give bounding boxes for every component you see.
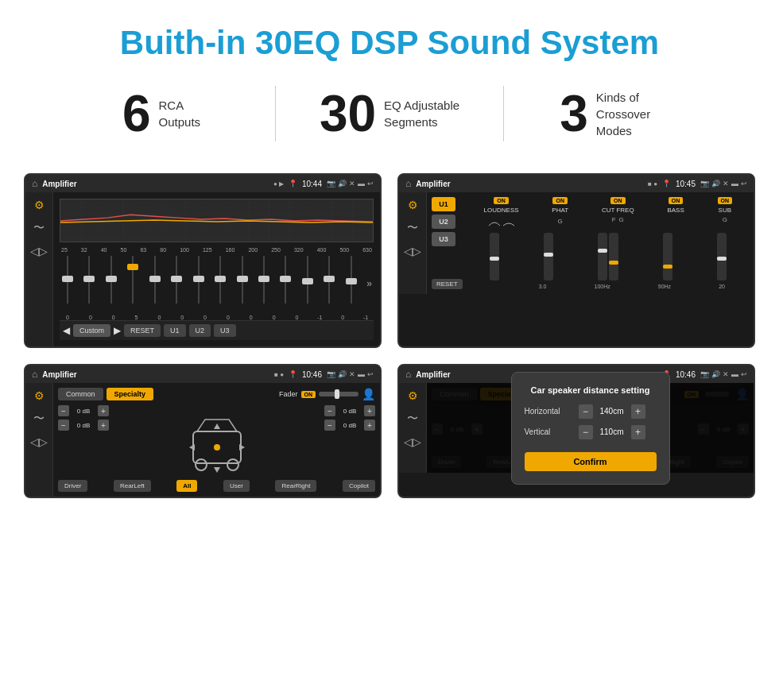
confirm-button[interactable]: Confirm: [525, 452, 657, 471]
eq-slider-14[interactable]: [345, 256, 358, 311]
db-plus-2[interactable]: +: [98, 420, 109, 431]
eq-slider-5[interactable]: [149, 256, 161, 311]
rear-right-btn[interactable]: RearRight: [275, 480, 316, 492]
specialty-tab[interactable]: Specialty: [107, 388, 154, 400]
driver-btn[interactable]: Driver: [58, 480, 87, 492]
back-icon-3[interactable]: ↩: [367, 370, 374, 378]
back-icon-4[interactable]: ↩: [741, 370, 747, 378]
vertical-plus[interactable]: +: [631, 425, 645, 439]
on-badge-fader[interactable]: ON: [301, 391, 316, 398]
eq-slider-3[interactable]: [105, 256, 118, 311]
slider-bass[interactable]: [663, 233, 672, 280]
s3-filter-icon[interactable]: ⚙: [34, 389, 45, 402]
db-minus-2[interactable]: −: [58, 420, 69, 431]
more-icon[interactable]: »: [366, 278, 372, 289]
home-icon-1[interactable]: ⌂: [32, 178, 37, 189]
u3-btn[interactable]: U3: [214, 324, 236, 337]
cross-wave-icon[interactable]: 〜: [407, 221, 418, 235]
eq-slider-2[interactable]: [83, 256, 95, 311]
db-minus-3[interactable]: −: [324, 405, 335, 416]
val-5: 0: [153, 315, 165, 320]
minimize-icon-3[interactable]: ▬: [358, 370, 365, 378]
slider-cutfreq-f[interactable]: [598, 233, 607, 280]
close-icon-4[interactable]: ✕: [723, 370, 729, 378]
eq-slider-8[interactable]: [214, 256, 227, 311]
db-minus-4[interactable]: −: [324, 420, 335, 431]
eq-wave-icon[interactable]: 〜: [33, 221, 45, 235]
cross-filter-icon[interactable]: ⚙: [408, 199, 418, 211]
slider-sub[interactable]: [717, 233, 727, 280]
eq-speaker-icon[interactable]: ◁▷: [30, 245, 48, 257]
reset-btn-1[interactable]: RESET: [124, 324, 161, 337]
close-icon-1[interactable]: ✕: [349, 180, 355, 188]
horizontal-plus[interactable]: +: [631, 404, 645, 419]
eq-slider-10[interactable]: [258, 256, 270, 311]
s4-wave-icon[interactable]: 〜: [407, 412, 418, 426]
eq-slider-7[interactable]: [192, 256, 205, 311]
db-plus-1[interactable]: +: [98, 405, 109, 416]
back-icon-2[interactable]: ↩: [741, 180, 747, 188]
pin-icon-1: 📍: [289, 180, 297, 188]
eq-slider-6[interactable]: [170, 256, 183, 311]
common-tab[interactable]: Common: [58, 388, 103, 400]
close-icon-2[interactable]: ✕: [723, 180, 729, 188]
minimize-icon-2[interactable]: ▬: [731, 180, 738, 188]
u2-btn[interactable]: U2: [189, 324, 211, 337]
on-bass[interactable]: ON: [669, 197, 684, 204]
eq-slider-12[interactable]: [301, 256, 314, 311]
eq-slider-4[interactable]: [126, 256, 139, 311]
back-icon-1[interactable]: ↩: [367, 180, 374, 188]
cutfreq-g: G: [619, 216, 624, 223]
db-plus-3[interactable]: +: [364, 405, 375, 416]
vertical-minus[interactable]: −: [579, 425, 593, 439]
home-icon-4[interactable]: ⌂: [405, 369, 411, 380]
on-phat[interactable]: ON: [552, 197, 568, 204]
s3-speaker-icon[interactable]: ◁▷: [30, 435, 48, 448]
minimize-icon-1[interactable]: ▬: [358, 180, 365, 188]
eq-slider-9[interactable]: [236, 256, 249, 311]
on-cutfreq[interactable]: ON: [610, 197, 626, 204]
s3-wave-icon[interactable]: 〜: [33, 412, 45, 426]
db-minus-1[interactable]: −: [58, 405, 69, 416]
stat-number-rca: 6: [122, 88, 151, 139]
fader-slider[interactable]: [319, 392, 358, 396]
cross-speaker-icon[interactable]: ◁▷: [404, 245, 421, 257]
val-1: 0: [61, 315, 74, 320]
u1-preset[interactable]: U1: [432, 197, 455, 211]
on-sub[interactable]: ON: [718, 197, 733, 204]
rear-left-btn[interactable]: RearLeft: [114, 480, 151, 492]
s4-speaker-icon[interactable]: ◁▷: [404, 435, 421, 448]
next-arrow[interactable]: ▶: [114, 325, 121, 336]
dots-2: ■ ●: [648, 180, 657, 188]
u1-btn[interactable]: U1: [164, 324, 186, 337]
prev-arrow[interactable]: ◀: [63, 325, 70, 336]
eq-filter-icon[interactable]: ⚙: [34, 199, 45, 211]
screen3-content: ⚙ 〜 ◁▷ Common Specialty Fader ON 👤: [25, 383, 380, 497]
col-phat: ON PHAT G: [552, 197, 568, 227]
close-icon-3[interactable]: ✕: [349, 370, 355, 378]
eq-slider-1[interactable]: [61, 256, 74, 311]
slider-cutfreq-g[interactable]: [609, 233, 618, 280]
horizontal-minus[interactable]: −: [579, 404, 593, 419]
minimize-icon-4[interactable]: ▬: [731, 370, 738, 378]
user-btn[interactable]: User: [223, 480, 250, 492]
eq-value-labels: 0 0 0 5 0 0 0 0 0 0 0 -1 0 -1: [60, 315, 374, 320]
slider-phat[interactable]: [544, 233, 553, 280]
eq-freq-labels: 25 32 40 50 63 80 100 125 160 200 250 32…: [60, 247, 374, 253]
all-btn[interactable]: All: [176, 480, 197, 492]
slider-loudness[interactable]: [490, 233, 499, 280]
pin-icon-3: 📍: [289, 370, 297, 378]
cross-reset-btn[interactable]: RESET: [432, 279, 463, 289]
db-plus-4[interactable]: +: [364, 420, 375, 431]
u3-preset[interactable]: U3: [432, 232, 455, 246]
eq-slider-13[interactable]: [323, 256, 335, 311]
home-icon-2[interactable]: ⌂: [405, 178, 411, 189]
on-loudness[interactable]: ON: [494, 197, 509, 204]
user-icon[interactable]: 👤: [362, 388, 375, 400]
u2-preset[interactable]: U2: [432, 215, 455, 229]
copilot-btn[interactable]: Copilot: [343, 480, 375, 492]
custom-btn[interactable]: Custom: [73, 324, 110, 337]
s4-filter-icon[interactable]: ⚙: [408, 389, 418, 402]
eq-slider-11[interactable]: [279, 256, 292, 311]
home-icon-3[interactable]: ⌂: [32, 369, 37, 380]
